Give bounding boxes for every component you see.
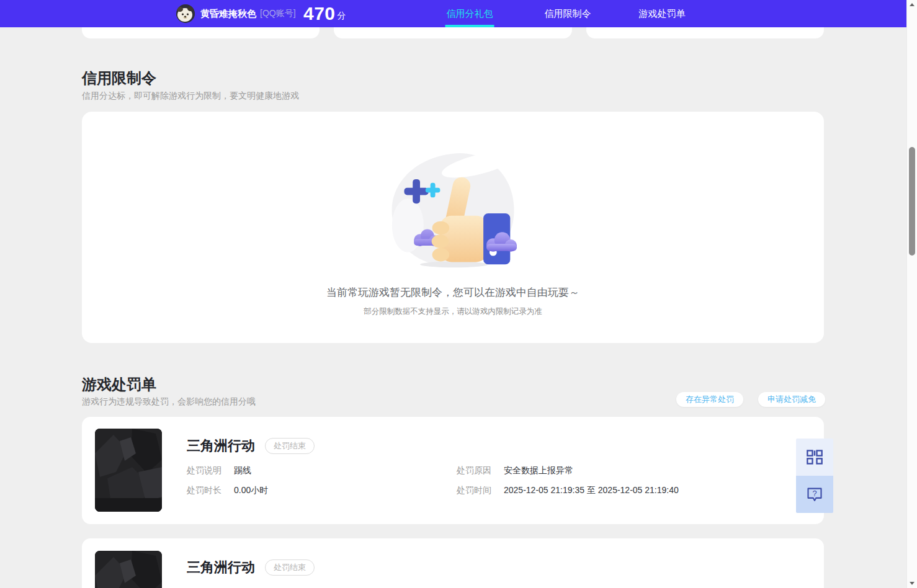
- help-bubble-icon: ?: [806, 486, 823, 503]
- field-value: 安全数据上报异常: [504, 465, 573, 476]
- empty-state-note: 部分限制数据不支持显示，请以游戏内限制记录为准: [82, 306, 824, 317]
- game-thumbnail: [95, 551, 162, 588]
- empty-state-message: 当前常玩游戏暂无限制令，您可以在游戏中自由玩耍～: [82, 285, 824, 300]
- field-value: 0.00小时: [234, 485, 268, 496]
- qr-code-button[interactable]: [796, 439, 833, 476]
- punishment-card: 三角洲行动 处罚结束: [82, 538, 824, 588]
- restriction-empty-card: 当前常玩游戏暂无限制令，您可以在游戏中自由玩耍～ 部分限制数据不支持显示，请以游…: [82, 112, 824, 343]
- previous-section-cards: [82, 27, 824, 38]
- avatar: [176, 4, 195, 23]
- field-label: 处罚说明: [187, 465, 223, 476]
- dog-avatar-image: [176, 4, 195, 23]
- tab-game-punishment[interactable]: 游戏处罚单: [638, 0, 687, 27]
- restriction-section-title: 信用限制令: [82, 68, 156, 88]
- gift-card-stub: [586, 27, 824, 38]
- scroll-down-arrow-icon[interactable]: [910, 582, 915, 585]
- game-thumbnail: [95, 429, 162, 512]
- field-label: 处罚时长: [187, 485, 223, 496]
- apply-punishment-relief-button[interactable]: 申请处罚减免: [758, 392, 825, 407]
- scroll-up-arrow-icon[interactable]: [910, 3, 915, 6]
- punishment-section-title: 游戏处罚单: [82, 375, 156, 394]
- tab-credit-restriction[interactable]: 信用限制令: [543, 0, 593, 27]
- field-description: 处罚说明 踢线: [187, 465, 251, 476]
- help-button[interactable]: ?: [796, 476, 833, 513]
- abnormal-punishment-button[interactable]: 存在异常处罚: [676, 392, 743, 407]
- game-name: 三角洲行动: [187, 558, 255, 577]
- restriction-section-subtitle: 信用分达标，即可解除游戏行为限制，要文明健康地游戏: [82, 91, 299, 102]
- tab-credit-gift[interactable]: 信用分礼包: [445, 0, 494, 27]
- field-label: 处罚时间: [457, 485, 493, 496]
- qr-code-icon: [806, 448, 823, 466]
- punishment-title-row: 三角洲行动 处罚结束: [187, 437, 315, 455]
- field-time: 处罚时间 2025-12-05 21:19:35 至 2025-12-05 21…: [457, 485, 679, 496]
- gift-card-stub: [334, 27, 571, 38]
- svg-text:?: ?: [812, 489, 816, 498]
- user-info: 黄昏难掩秋色 [QQ账号]: [200, 0, 296, 27]
- credit-score-page: 黄昏难掩秋色 [QQ账号] 470 分 信用分礼包 信用限制令 游戏处罚单 信用…: [0, 0, 917, 588]
- credit-score-value: 470: [303, 3, 336, 24]
- field-label: 处罚原因: [457, 465, 493, 476]
- field-reason: 处罚原因 安全数据上报异常: [457, 465, 573, 476]
- credit-score: 470 分: [303, 0, 346, 27]
- punishment-title-row: 三角洲行动 处罚结束: [187, 558, 315, 577]
- status-badge: 处罚结束: [265, 438, 315, 454]
- top-bar: 黄昏难掩秋色 [QQ账号] 470 分 信用分礼包 信用限制令 游戏处罚单: [0, 0, 906, 27]
- game-name: 三角洲行动: [187, 437, 255, 455]
- field-value: 2025-12-05 21:19:35 至 2025-12-05 21:19:4…: [504, 485, 679, 496]
- thumbs-up-illustration: [386, 148, 520, 274]
- username: 黄昏难掩秋色: [200, 8, 256, 20]
- account-type-label: [QQ账号]: [260, 8, 296, 19]
- field-duration: 处罚时长 0.00小时: [187, 485, 268, 496]
- punishment-card: 三角洲行动 处罚结束 处罚说明 踢线 处罚原因 安全数据上报异常 处罚时长 0.…: [82, 417, 824, 524]
- credit-score-unit: 分: [338, 11, 346, 22]
- vertical-scrollbar[interactable]: [906, 0, 917, 588]
- scrollbar-thumb[interactable]: [909, 147, 915, 256]
- gift-card-stub: [82, 27, 320, 38]
- punishment-section-subtitle: 游戏行为违规导致处罚，会影响您的信用分哦: [82, 396, 256, 408]
- field-value: 踢线: [234, 465, 251, 476]
- status-badge: 处罚结束: [265, 559, 315, 576]
